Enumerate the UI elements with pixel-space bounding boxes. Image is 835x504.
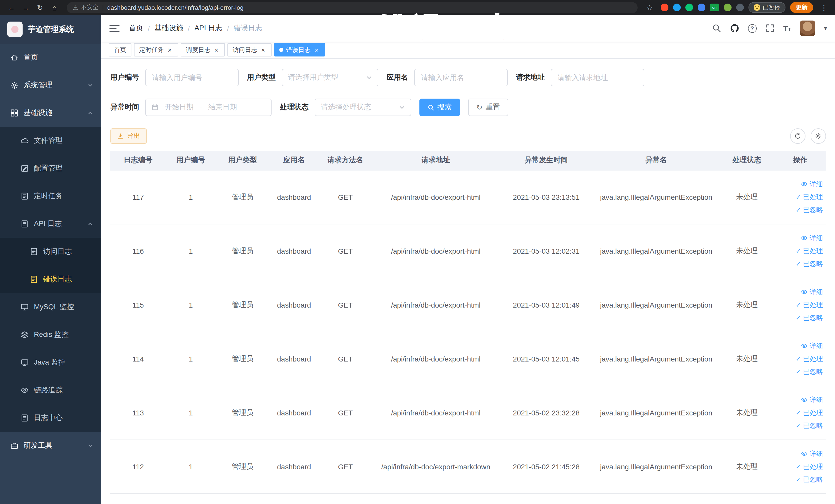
breadcrumb-api-logs[interactable]: API 日志 — [195, 24, 223, 33]
cell-request-url: /api/infra/db-doc/export-html — [372, 278, 499, 332]
ignored-link[interactable]: ✓已忽略 — [775, 203, 823, 216]
sidebar-item-java-monitor[interactable]: Java 监控 — [0, 349, 101, 377]
app-name-input[interactable] — [414, 69, 508, 86]
fullscreen-icon[interactable] — [765, 24, 774, 33]
detail-link[interactable]: 详细 — [775, 231, 823, 244]
chevron-down-icon — [399, 104, 405, 110]
extension-icon[interactable] — [724, 4, 731, 11]
reset-button[interactable]: ↻ 重置 — [468, 99, 508, 116]
detail-link[interactable]: 详细 — [775, 394, 823, 406]
bookmark-star-icon[interactable]: ☆ — [644, 2, 656, 13]
cell-request-url: /api/infra/db-doc/export-markdown — [372, 440, 499, 493]
search-button[interactable]: 搜索 — [420, 99, 460, 116]
tab-label: 调度日志 — [186, 45, 210, 54]
extension-icon[interactable] — [660, 4, 668, 11]
extension-icon[interactable] — [697, 4, 705, 11]
user-type-select[interactable]: 请选择用户类型 — [282, 69, 378, 86]
detail-link[interactable]: 详细 — [775, 447, 823, 460]
detail-link[interactable]: 详细 — [775, 339, 823, 352]
filter-label: 处理状态 — [280, 103, 308, 112]
processed-link[interactable]: ✓已处理 — [775, 352, 823, 365]
sidebar-item-label: 链路追踪 — [34, 386, 63, 395]
breadcrumb: 首页 / 基础设施 / API 日志 / 错误日志 — [129, 24, 262, 33]
processed-link[interactable]: ✓已处理 — [775, 406, 823, 419]
extension-icon[interactable] — [673, 4, 680, 11]
cell-log-id: 113 — [110, 386, 166, 440]
processed-link[interactable]: ✓已处理 — [775, 190, 823, 203]
caret-down-icon[interactable]: ▾ — [824, 25, 827, 32]
processed-link[interactable]: ✓已处理 — [775, 298, 823, 311]
close-icon[interactable]: × — [166, 46, 173, 54]
extension-icon[interactable] — [736, 4, 744, 11]
sidebar-item-dev-tools[interactable]: 研发工具 — [0, 432, 101, 460]
exception-time-range[interactable]: 开始日期 - 结束日期 — [145, 99, 271, 116]
processed-link[interactable]: ✓已处理 — [775, 244, 823, 257]
processed-link[interactable]: ✓已处理 — [775, 460, 823, 473]
detail-link[interactable]: 详细 — [775, 285, 823, 298]
paused-badge[interactable]: 已暂停 — [748, 2, 786, 13]
home-button[interactable]: ⌂ — [48, 2, 61, 13]
font-size-icon[interactable]: TT — [783, 24, 791, 32]
column-header: 请求地址 — [372, 151, 499, 170]
sidebar-item-error-log[interactable]: 错误日志 — [0, 265, 101, 293]
download-icon — [117, 133, 124, 139]
reload-button[interactable]: ↻ — [34, 2, 46, 13]
breadcrumb-infrastructure[interactable]: 基础设施 — [155, 24, 183, 33]
sidebar-item-config-management[interactable]: 配置管理 — [0, 155, 101, 182]
cell-exception-time: 2021-05-02 23:32:28 — [499, 386, 593, 440]
sidebar-item-label: API 日志 — [34, 219, 62, 228]
close-icon[interactable]: × — [213, 46, 220, 54]
reset-button-label: 重置 — [485, 103, 500, 112]
sidebar-item-label: 配置管理 — [34, 164, 63, 173]
forward-button[interactable]: → — [20, 2, 32, 13]
help-icon[interactable]: ? — [748, 24, 756, 33]
sidebar-item-link-tracing[interactable]: 链路追踪 — [0, 377, 101, 404]
back-button[interactable]: ← — [5, 2, 18, 13]
sidebar-item-file-management[interactable]: 文件管理 — [0, 127, 101, 155]
rabbit-logo-icon — [7, 22, 23, 37]
sidebar-item-system-management[interactable]: 系统管理 — [0, 72, 101, 99]
refresh-button[interactable] — [790, 128, 806, 144]
close-icon[interactable]: × — [260, 46, 266, 54]
breadcrumb-separator: / — [227, 24, 229, 32]
extension-on-icon[interactable]: on — [710, 4, 719, 11]
sidebar-item-access-log[interactable]: 访问日志 — [0, 238, 101, 265]
user-id-input[interactable] — [145, 69, 239, 86]
search-icon[interactable] — [712, 24, 721, 33]
process-status-select[interactable]: 请选择处理状态 — [315, 99, 411, 116]
tab-schedule-log[interactable]: 调度日志 × — [181, 43, 225, 57]
address-bar[interactable]: ⚠ 不安全 dashboard.yudao.iocoder.cn/infra/l… — [67, 2, 637, 13]
tab-error-log[interactable]: 错误日志 × — [274, 43, 325, 57]
ignored-link[interactable]: ✓已忽略 — [775, 257, 823, 270]
column-settings-button[interactable] — [811, 128, 826, 144]
sidebar-item-log-center[interactable]: 日志中心 — [0, 404, 101, 432]
tab-home[interactable]: 首页 — [109, 43, 131, 57]
sidebar-item-home[interactable]: 首页 — [0, 44, 101, 72]
sidebar-item-scheduled-tasks[interactable]: 定时任务 — [0, 182, 101, 210]
ignored-link[interactable]: ✓已忽略 — [775, 419, 823, 432]
export-button[interactable]: 导出 — [110, 128, 147, 144]
sidebar-item-mysql-monitor[interactable]: MySQL 监控 — [0, 293, 101, 321]
cell-exception-name: java.lang.IllegalArgumentException — [593, 170, 719, 224]
sidebar-item-infrastructure[interactable]: 基础设施 — [0, 99, 101, 127]
tab-label: 定时任务 — [139, 45, 164, 54]
sidebar-toggle-icon[interactable] — [109, 24, 120, 32]
ignored-link[interactable]: ✓已忽略 — [775, 311, 823, 324]
breadcrumb-home[interactable]: 首页 — [129, 24, 143, 33]
sidebar-item-redis-monitor[interactable]: Redis 监控 — [0, 321, 101, 349]
user-avatar[interactable] — [800, 21, 815, 36]
tab-scheduled-tasks[interactable]: 定时任务 × — [134, 43, 178, 57]
column-header: 用户编号 — [166, 151, 216, 170]
request-url-input[interactable] — [551, 69, 644, 86]
tab-access-log[interactable]: 访问日志 × — [227, 43, 271, 57]
sidebar-item-api-logs[interactable]: API 日志 — [0, 210, 101, 238]
app-logo[interactable]: 芋道管理系统 — [0, 15, 101, 44]
detail-link[interactable]: 详细 — [775, 178, 823, 190]
update-button[interactable]: 更新 — [790, 2, 813, 13]
ignored-link[interactable]: ✓已忽略 — [775, 473, 823, 486]
extension-icon[interactable] — [685, 4, 693, 11]
browser-menu-icon[interactable]: ⋮ — [818, 2, 830, 13]
github-icon[interactable] — [730, 24, 739, 33]
ignored-link[interactable]: ✓已忽略 — [775, 365, 823, 378]
close-icon[interactable]: × — [313, 46, 320, 54]
